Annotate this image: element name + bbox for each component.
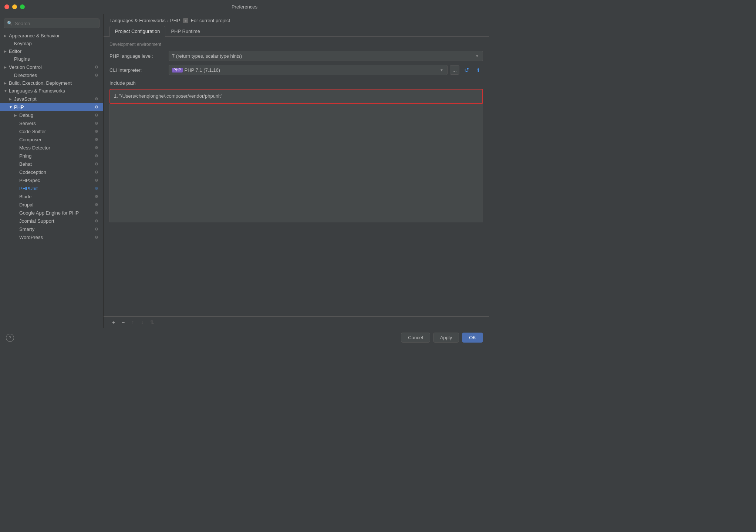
sidebar-item-label: Google App Engine for PHP [19,210,91,216]
toolbar-strip: + − ↑ ↓ ⇅ [104,316,489,328]
sidebar-item-composer[interactable]: Composer⚙ [0,135,103,144]
sidebar-item-blade[interactable]: Blade⚙ [0,192,103,201]
breadcrumb-part1: Languages & Frameworks [109,18,166,23]
bottom-right: Cancel Apply OK [401,333,483,343]
sidebar-item-languages[interactable]: ▼Languages & Frameworks [0,87,103,95]
sidebar-item-label: Plugins [14,56,99,62]
sidebar-item-label: Build, Execution, Deployment [9,80,99,86]
bottom-left: ? [6,334,14,342]
sidebar-item-appearance[interactable]: ▶Appearance & Behavior [0,32,103,40]
sidebar-item-label: Codeception [19,169,91,175]
sidebar-item-servers[interactable]: Servers⚙ [0,119,103,127]
sidebar-item-label: Servers [19,121,91,126]
sidebar-item-editor[interactable]: ▶Editor [0,47,103,55]
sidebar-item-label: Directories [14,73,91,78]
search-box[interactable]: 🔍 [4,18,99,28]
settings-icon: ⚙ [94,120,99,126]
dropdown-arrow-icon: ▼ [475,53,480,58]
sidebar-item-version-control[interactable]: ▶Version Control⚙ [0,63,103,71]
sidebar-item-label: Composer [19,137,91,142]
minimize-button[interactable] [12,4,17,9]
settings-icon: ⚙ [94,234,99,240]
cli-info-button[interactable]: ℹ [473,65,483,75]
php-language-level-select[interactable]: 7 (return types, scalar type hints) ▼ [169,51,483,61]
settings-icon: ⚙ [94,72,99,78]
settings-icon: ⚙ [94,112,99,118]
php-language-level-label: PHP language level: [109,53,165,59]
sidebar-item-label: Code Sniffer [19,129,91,134]
down-button[interactable]: ↓ [138,318,146,326]
sidebar-item-code-sniffer[interactable]: Code Sniffer⚙ [0,127,103,135]
sidebar-item-keymap[interactable]: Keymap [0,40,103,47]
sidebar-item-label: WordPress [19,235,91,240]
remove-button[interactable]: − [119,318,127,326]
up-button[interactable]: ↑ [129,318,137,326]
settings-icon: ⚙ [94,202,99,208]
apply-button[interactable]: Apply [433,333,459,343]
sort-button[interactable]: ⇅ [148,318,156,326]
sidebar-item-label: Behat [19,161,91,167]
cli-more-button[interactable]: ... [450,65,459,75]
include-path-label: Include path [109,80,483,86]
sidebar-item-codeception[interactable]: Codeception⚙ [0,168,103,176]
sidebar-item-directories[interactable]: Directories⚙ [0,71,103,79]
sidebar-item-javascript[interactable]: ▶JavaScript⚙ [0,95,103,103]
sidebar-item-debug[interactable]: ▶Debug⚙ [0,111,103,119]
sidebar-item-plugins[interactable]: Plugins [0,55,103,63]
settings-icon: ⚙ [94,104,99,110]
add-button[interactable]: + [109,318,118,326]
help-button[interactable]: ? [6,334,14,342]
cli-dropdown-arrow-icon: ▼ [439,67,444,73]
sidebar-item-drupal[interactable]: Drupal⚙ [0,201,103,209]
sidebar-item-phpunit[interactable]: PHPUnit⚙ [0,184,103,192]
ok-button[interactable]: OK [462,333,483,343]
sidebar-item-google-app-engine[interactable]: Google App Engine for PHP⚙ [0,209,103,217]
arrow-icon: ▼ [9,105,14,109]
arrow-icon: ▶ [9,97,14,101]
sidebar-item-label: PHPUnit [19,186,91,191]
include-path-highlighted: 1. "/Users/chenqionghe/.composer/vendor/… [109,89,483,104]
arrow-icon: ▶ [4,49,9,53]
breadcrumb-suffix: For current project [191,18,230,23]
search-icon: 🔍 [7,21,13,26]
settings-icon: ⚙ [94,145,99,151]
sidebar-item-smarty[interactable]: Smarty⚙ [0,225,103,233]
tab-php-runtime[interactable]: PHP Runtime [165,26,206,37]
sidebar: 🔍 ▶Appearance & BehaviorKeymap▶EditorPlu… [0,14,104,328]
titlebar: Preferences [0,0,489,14]
php-language-level-value: 7 (return types, scalar type hints) [172,53,475,59]
arrow-icon: ▶ [4,34,9,38]
close-button[interactable] [4,4,9,9]
sidebar-item-behat[interactable]: Behat⚙ [0,160,103,168]
arrow-icon: ▶ [4,81,9,85]
sidebar-item-label: Drupal [19,202,91,208]
cancel-button[interactable]: Cancel [401,333,430,343]
sidebar-item-joomla[interactable]: Joomla! Support⚙ [0,217,103,225]
sidebar-item-phpspec[interactable]: PHPSpec⚙ [0,176,103,184]
sidebar-item-wordpress[interactable]: WordPress⚙ [0,233,103,241]
content-area: Languages & Frameworks › PHP ≡ For curre… [104,14,489,328]
tab-project-configuration[interactable]: Project Configuration [109,26,165,37]
sidebar-item-label: Version Control [9,64,91,70]
settings-icon: ⚙ [94,96,99,102]
sidebar-item-build[interactable]: ▶Build, Execution, Deployment [0,79,103,87]
sidebar-items: ▶Appearance & BehaviorKeymap▶EditorPlugi… [0,32,103,241]
search-input[interactable] [15,21,96,26]
maximize-button[interactable] [20,4,25,9]
cli-interpreter-control: PHP PHP 7.1 (7.1.16) ▼ ... ↺ ℹ [169,65,483,75]
breadcrumb-part2: PHP [170,18,180,23]
cli-refresh-button[interactable]: ↺ [462,65,471,75]
sidebar-item-mess-detector[interactable]: Mess Detector⚙ [0,144,103,152]
cli-interpreter-select[interactable]: PHP PHP 7.1 (7.1.16) ▼ [169,65,448,75]
include-path-item: 1. "/Users/chenqionghe/.composer/vendor/… [114,93,222,99]
sidebar-item-php[interactable]: ▼PHP⚙ [0,103,103,111]
php-language-level-control: 7 (return types, scalar type hints) ▼ [169,51,483,61]
sidebar-item-label: PHP [14,104,91,110]
settings-icon: ⚙ [94,193,99,199]
project-icon: ≡ [183,18,188,23]
include-path-empty-area [109,104,483,222]
settings-icon: ⚙ [94,226,99,232]
cli-interpreter-label: CLI Interpreter: [109,67,165,73]
sidebar-item-label: Editor [9,48,99,54]
sidebar-item-phing[interactable]: Phing⚙ [0,152,103,160]
